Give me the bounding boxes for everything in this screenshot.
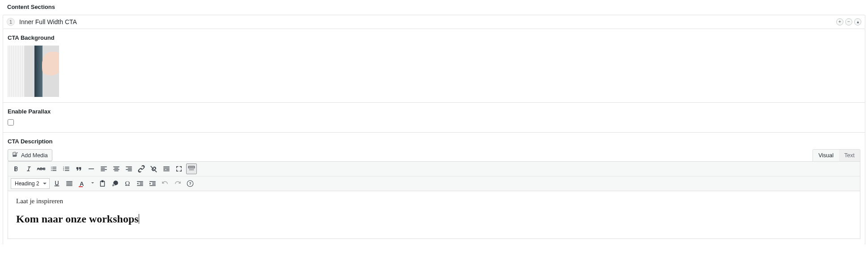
layout-controls: + − ▴ <box>836 18 861 25</box>
insert-more-button[interactable] <box>161 163 172 174</box>
svg-rect-3 <box>190 167 191 168</box>
align-left-button[interactable] <box>98 163 109 174</box>
text-color-dropdown[interactable] <box>89 178 95 189</box>
bold-button[interactable] <box>11 163 21 174</box>
cta-background-field: CTA Background <box>3 29 865 103</box>
undo-button[interactable] <box>160 178 170 189</box>
toolbar-row-1: ABC <box>8 162 860 176</box>
enable-parallax-checkbox[interactable] <box>8 119 14 126</box>
cta-background-image[interactable] <box>8 46 59 97</box>
redo-button[interactable] <box>172 178 183 189</box>
format-select[interactable]: Heading 2 <box>11 178 50 189</box>
svg-rect-8 <box>190 170 191 171</box>
music-note-icon <box>12 151 18 159</box>
fullscreen-button[interactable] <box>174 163 184 174</box>
svg-rect-5 <box>192 167 193 168</box>
content-sections-title: Content Sections <box>3 0 865 15</box>
text-color-button[interactable]: A <box>77 178 87 189</box>
add-layout-button[interactable]: + <box>836 18 843 25</box>
enable-parallax-label: Enable Parallax <box>8 108 860 115</box>
cta-description-label: CTA Description <box>8 138 860 145</box>
editor-content-area[interactable]: Laat je inspireren Kom naar onze worksho… <box>8 191 860 239</box>
help-button[interactable]: ? <box>185 178 196 189</box>
horizontal-rule-button[interactable] <box>86 163 97 174</box>
link-button[interactable] <box>136 163 147 174</box>
editor-toolbar: ABC Heading 2 A <box>8 161 860 191</box>
add-media-label: Add Media <box>21 152 48 159</box>
underline-button[interactable] <box>51 178 62 189</box>
indent-button[interactable] <box>147 178 158 189</box>
svg-rect-0 <box>89 168 94 169</box>
add-media-button[interactable]: Add Media <box>8 149 52 161</box>
toolbar-row-2: Heading 2 A Ω ? <box>8 176 860 191</box>
svg-text:?: ? <box>189 182 191 186</box>
collapse-layout-button[interactable]: ▴ <box>854 18 861 25</box>
paste-text-button[interactable] <box>97 178 108 189</box>
editor-paragraph: Laat je inspireren <box>16 197 852 205</box>
justify-button[interactable] <box>64 178 75 189</box>
numbered-list-button[interactable] <box>61 163 72 174</box>
strikethrough-button[interactable]: ABC <box>36 163 47 174</box>
layout-index-badge: 1 <box>7 18 15 26</box>
remove-layout-button[interactable]: − <box>845 18 852 25</box>
enable-parallax-field: Enable Parallax <box>3 103 865 133</box>
align-center-button[interactable] <box>111 163 122 174</box>
clear-formatting-button[interactable] <box>110 178 120 189</box>
cta-background-label: CTA Background <box>8 34 860 41</box>
italic-button[interactable] <box>23 163 34 174</box>
tab-visual[interactable]: Visual <box>813 150 839 161</box>
svg-rect-10 <box>192 170 193 171</box>
svg-rect-4 <box>191 167 192 168</box>
layout-header-left: 1 Inner Full Width CTA <box>7 18 77 26</box>
svg-rect-2 <box>189 167 190 168</box>
svg-rect-9 <box>191 170 192 171</box>
tab-text[interactable]: Text <box>839 150 860 161</box>
outdent-button[interactable] <box>135 178 145 189</box>
blockquote-button[interactable] <box>73 163 84 174</box>
editor-heading: Kom naar onze workshops <box>16 213 139 225</box>
align-right-button[interactable] <box>123 163 134 174</box>
cta-description-field: CTA Description Add Media Visual Text AB… <box>3 133 865 244</box>
svg-rect-6 <box>193 167 194 168</box>
special-char-button[interactable]: Ω <box>122 178 133 189</box>
bullet-list-button[interactable] <box>48 163 59 174</box>
svg-rect-11 <box>193 170 194 171</box>
editor-mode-tabs: Visual Text <box>813 149 860 161</box>
unlink-button[interactable] <box>149 163 159 174</box>
svg-rect-7 <box>189 170 190 171</box>
toolbar-toggle-button[interactable] <box>186 163 197 174</box>
layout-header[interactable]: 1 Inner Full Width CTA + − ▴ <box>3 15 865 29</box>
text-caret <box>139 214 139 224</box>
layout-name: Inner Full Width CTA <box>19 18 77 25</box>
